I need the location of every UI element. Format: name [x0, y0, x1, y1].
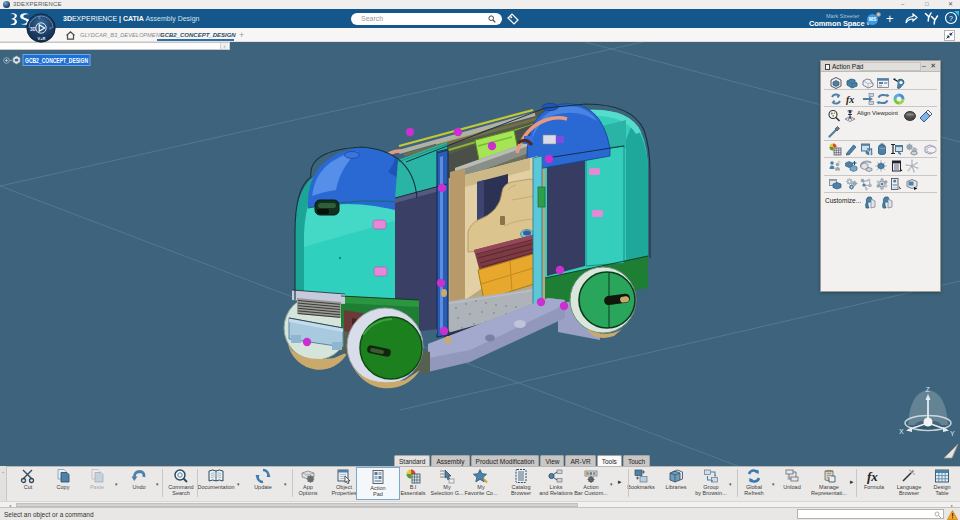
svg-text:fx: fx	[846, 94, 854, 105]
svg-text:V+R: V+R	[38, 36, 46, 41]
svg-text:3D: 3D	[30, 27, 37, 32]
svg-text:Y: Y	[950, 430, 955, 437]
svg-text:fx: fx	[867, 469, 878, 484]
svg-text:X: X	[899, 428, 904, 435]
svg-text:Z: Z	[926, 386, 931, 393]
svg-text:?: ?	[949, 15, 953, 22]
svg-text:GCB2_CONCEPT_DESIGN: GCB2_CONCEPT_DESIGN	[25, 57, 88, 64]
